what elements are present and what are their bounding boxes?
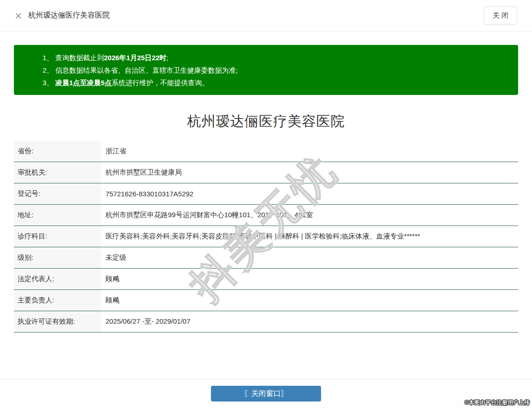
close-button[interactable]: 关 闭 xyxy=(484,6,517,25)
row-label: 登记号: xyxy=(14,183,101,204)
copyright-stamp: ©本图由平台注册用户上传 xyxy=(464,399,530,407)
notice-line: 3、 凌晨1点至凌晨5点系统进行维护，不能提供查询。 xyxy=(43,76,518,89)
table-row-address: 地址: 杭州市拱墅区申花路99号运河财富中心10幢101、201、301、401… xyxy=(14,205,518,226)
row-value: 杭州市拱墅区申花路99号运河财富中心10幢101、201、301、401室 xyxy=(101,205,518,226)
table-row-main-person-in-charge: 主要负责人: 顾飚 xyxy=(14,290,518,311)
page-title: 杭州瑷达俪医疗美容医院 xyxy=(0,112,532,131)
notice-line: 1、 查询数据截止到2026年1月25日22时; xyxy=(43,51,518,64)
row-label: 执业许可证有效期: xyxy=(14,311,101,332)
row-label: 地址: xyxy=(14,205,101,226)
window-header: × 杭州瑷达俪医疗美容医院 关 闭 xyxy=(0,0,532,31)
hospital-info-table: 省份: 浙江省 审批机关: 杭州市拱墅区卫生健康局 登记号: 75721626-… xyxy=(14,141,518,333)
notice-line: 2、 信息数据结果以各省、自治区、直辖市卫生健康委数据为准; xyxy=(43,64,518,76)
row-value: 杭州市拱墅区卫生健康局 xyxy=(101,162,518,183)
table-row-medical-subjects: 诊疗科目: 医疗美容科;美容外科;美容牙科;美容皮肤科;美容中医科 | 麻醉科 … xyxy=(14,226,518,247)
table-row-registration-number: 登记号: 75721626-833010317A5292 xyxy=(14,183,518,205)
close-window-button[interactable]: 〖关闭窗口〗 xyxy=(211,386,321,402)
row-value: 医疗美容科;美容外科;美容牙科;美容皮肤科;美容中医科 | 麻醉科 | 医学检验… xyxy=(101,226,518,247)
table-row-legal-representative: 法定代表人: 顾飚 xyxy=(14,269,518,290)
table-row-approval-authority: 审批机关: 杭州市拱墅区卫生健康局 xyxy=(14,162,518,183)
row-value: 75721626-833010317A5292 xyxy=(101,183,518,204)
row-value: 未定级 xyxy=(101,247,518,268)
row-label: 审批机关: xyxy=(14,162,101,183)
row-label: 主要负责人: xyxy=(14,290,101,311)
table-row-province: 省份: 浙江省 xyxy=(14,141,518,162)
notice-box: 1、 查询数据截止到2026年1月25日22时; 2、 信息数据结果以各省、自治… xyxy=(14,45,518,95)
row-label: 法定代表人: xyxy=(14,269,101,289)
table-row-license-validity: 执业许可证有效期: 2025/06/27 -至- 2029/01/07 xyxy=(14,311,518,333)
table-row-level: 级别: 未定级 xyxy=(14,247,518,269)
row-value: 顾飚 xyxy=(101,290,518,311)
close-x-icon[interactable]: × xyxy=(15,10,22,22)
row-label: 诊疗科目: xyxy=(14,226,101,247)
row-label: 级别: xyxy=(14,247,101,268)
row-label: 省份: xyxy=(14,141,101,162)
footer-bar: 〖关闭窗口〗 xyxy=(0,379,532,408)
row-value: 2025/06/27 -至- 2029/01/07 xyxy=(101,311,518,332)
row-value: 顾飚 xyxy=(101,269,518,289)
row-value: 浙江省 xyxy=(101,141,518,162)
window-title: 杭州瑷达俪医疗美容医院 xyxy=(28,11,110,20)
